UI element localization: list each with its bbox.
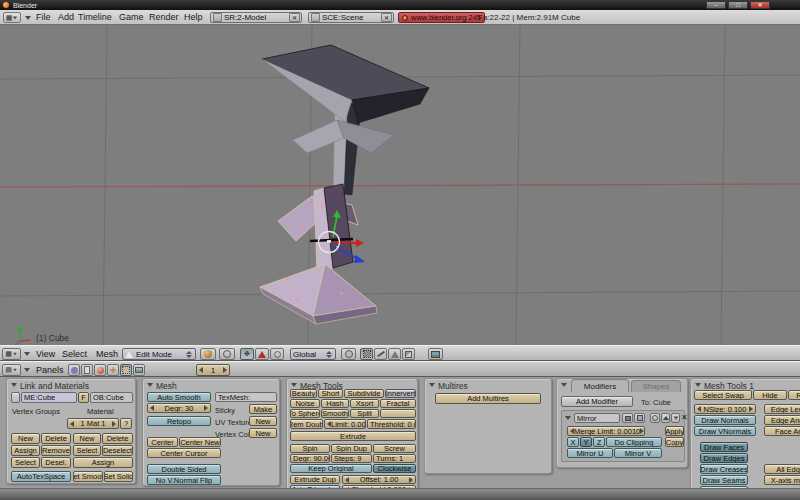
xsort-button[interactable]: Xsort: [350, 399, 379, 408]
all-edges-toggle[interactable]: All Edges: [764, 464, 800, 474]
texmesh-field[interactable]: TexMesh:: [215, 392, 277, 402]
set-smooth-button[interactable]: Set Smooth: [73, 471, 103, 482]
modifier-collapse-icon[interactable]: [565, 416, 571, 420]
modifier-move-down-button[interactable]: [671, 413, 680, 423]
screen-selector[interactable]: SR:2-Model ✕: [210, 12, 302, 23]
screw-button[interactable]: Screw: [373, 444, 416, 453]
apply-modifier-button[interactable]: Apply: [665, 426, 684, 436]
material-index-field[interactable]: 1 Mat 1: [67, 418, 119, 429]
decrement-icon[interactable]: [697, 406, 701, 412]
menu-mesh[interactable]: Mesh: [96, 349, 118, 359]
panel-collapse-icon[interactable]: [11, 383, 17, 387]
to-sphere-button[interactable]: To Sphere: [290, 409, 320, 418]
no-vnormal-flip-toggle[interactable]: No V.Normal Flip: [147, 475, 221, 485]
increment-icon[interactable]: [223, 367, 227, 373]
mirror-v-toggle[interactable]: Mirror V: [614, 448, 662, 458]
increment-icon[interactable]: [112, 421, 116, 427]
menu-select[interactable]: Select: [62, 349, 87, 359]
increment-icon[interactable]: [640, 428, 644, 434]
decrement-icon[interactable]: [70, 421, 74, 427]
hide-button[interactable]: Hide: [753, 390, 787, 400]
version-badge[interactable]: www.blender.org 245: [398, 12, 485, 23]
add-modifier-button[interactable]: Add Modifier: [561, 396, 633, 407]
offset-field[interactable]: Offset: 1.00: [342, 475, 416, 484]
close-button[interactable]: ✕: [750, 1, 770, 9]
edge-length-toggle[interactable]: Edge Length: [764, 404, 800, 414]
draw-creases-toggle[interactable]: Draw Creases: [700, 464, 748, 474]
buttons-window-type-button[interactable]: ▤: [2, 364, 21, 376]
modifier-name-field[interactable]: Mirror: [574, 413, 620, 423]
mirror-z-toggle[interactable]: Z: [593, 437, 605, 447]
innervert-dropdown[interactable]: Innervert: [385, 389, 416, 398]
noise-button[interactable]: Noise: [290, 399, 320, 408]
mirror-u-toggle[interactable]: Mirror U: [567, 448, 613, 458]
panel-collapse-icon[interactable]: [429, 383, 435, 387]
increment-icon[interactable]: [749, 406, 753, 412]
hash-button[interactable]: Hash: [321, 399, 349, 408]
menu-help[interactable]: Help: [184, 12, 203, 23]
spin-dup-button[interactable]: Spin Dup: [331, 444, 372, 453]
menu-render[interactable]: Render: [149, 12, 179, 23]
viewport-3d[interactable]: (1) Cube: [0, 25, 800, 345]
select-edge-button[interactable]: [374, 348, 387, 360]
minimize-button[interactable]: –: [706, 1, 726, 9]
panel-collapse-icon[interactable]: [695, 383, 701, 387]
set-solid-button[interactable]: Set Solid: [104, 471, 133, 482]
delete-screen-icon[interactable]: ✕: [289, 13, 300, 22]
panels-menu[interactable]: Panels: [36, 365, 64, 375]
do-clipping-toggle[interactable]: Do Clipping: [606, 437, 662, 447]
mesh-object[interactable]: [260, 45, 429, 324]
manipulator-translate-button[interactable]: [255, 348, 269, 360]
vgroup-remove-button[interactable]: Remove: [41, 445, 71, 456]
vertex-color-new-button[interactable]: New: [249, 428, 277, 438]
subdivide-button[interactable]: Subdivide: [344, 389, 384, 398]
occlude-geometry-button[interactable]: [402, 348, 415, 360]
material-deselect-button[interactable]: Deselect: [102, 445, 133, 456]
add-multires-button[interactable]: Add Multires: [435, 393, 541, 404]
viewport-canvas[interactable]: [0, 25, 800, 345]
flip-normal-button[interactable]: [380, 409, 416, 418]
mesh-name-field[interactable]: ME:Cube: [21, 392, 77, 403]
header-collapse-icon[interactable]: [24, 352, 30, 356]
material-delete-button[interactable]: Delete: [102, 433, 133, 444]
manipulator-toggle-button[interactable]: ✥: [240, 348, 254, 360]
maximize-button[interactable]: □: [728, 1, 748, 9]
menu-view[interactable]: View: [36, 349, 55, 359]
split-button[interactable]: Split: [350, 409, 379, 418]
increment-icon[interactable]: [409, 477, 413, 483]
proportional-edit-dropdown[interactable]: [341, 348, 356, 360]
window-type-button[interactable]: ▦: [3, 12, 21, 23]
panel-collapse-icon[interactable]: [291, 383, 297, 387]
uv-texture-new-button[interactable]: New: [249, 416, 277, 426]
clockwise-toggle[interactable]: Clockwise: [373, 464, 416, 473]
fractal-button[interactable]: Fractal: [380, 399, 416, 408]
menu-add[interactable]: Add: [58, 12, 74, 23]
keep-original-toggle[interactable]: Keep Original: [290, 464, 372, 473]
modifier-realtime-toggle[interactable]: [634, 413, 645, 423]
short-toggle[interactable]: Short: [318, 389, 343, 398]
scene-context-button[interactable]: [133, 364, 145, 376]
header-collapse-icon[interactable]: [24, 368, 30, 372]
logic-context-button[interactable]: [68, 364, 80, 376]
menu-timeline[interactable]: Timeline: [78, 12, 112, 23]
modifier-move-up-button[interactable]: [661, 413, 670, 423]
material-new-button[interactable]: New: [73, 433, 101, 444]
select-swap-button[interactable]: Select Swap: [694, 390, 752, 400]
decrement-icon[interactable]: [150, 405, 154, 411]
decrement-icon[interactable]: [345, 477, 349, 483]
spin-button[interactable]: Spin: [290, 444, 330, 453]
mirror-y-toggle[interactable]: Y: [580, 437, 592, 447]
modifier-editmode-toggle[interactable]: [650, 413, 660, 423]
autotexspace-toggle[interactable]: AutoTexSpace: [11, 471, 71, 482]
modifier-delete-icon[interactable]: ✕: [681, 413, 688, 422]
extrude-button[interactable]: Extrude: [290, 431, 416, 441]
material-select-button[interactable]: Select: [73, 445, 101, 456]
mirror-x-toggle[interactable]: X: [567, 437, 579, 447]
script-context-button[interactable]: [81, 364, 93, 376]
double-sided-toggle[interactable]: Double Sided: [147, 464, 221, 474]
object-context-button[interactable]: ✛: [107, 364, 119, 376]
view3d-window-type-button[interactable]: ▦: [2, 348, 21, 360]
vgroup-select-button[interactable]: Select: [11, 457, 40, 468]
delete-scene-icon[interactable]: ✕: [381, 13, 392, 22]
center-cursor-button[interactable]: Center Cursor: [147, 448, 221, 458]
